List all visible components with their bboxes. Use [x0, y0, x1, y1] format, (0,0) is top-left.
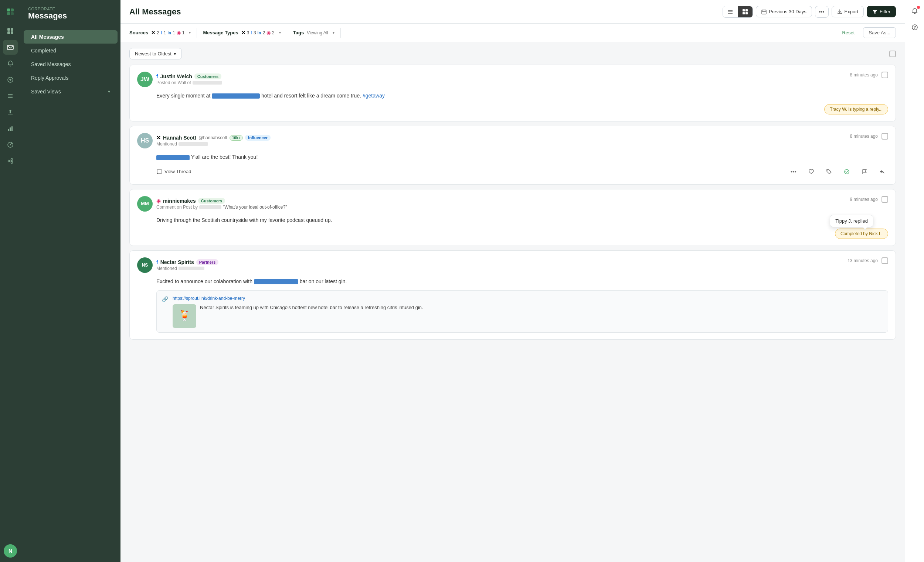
message-header-right: 9 minutes ago: [850, 196, 888, 203]
sources-ig-count: 1: [182, 30, 185, 36]
link-thumbnail: 🍹: [172, 304, 196, 328]
message-types-x-count: 3: [247, 30, 249, 36]
view-toggle: [723, 6, 753, 18]
message-checkbox[interactable]: [882, 133, 888, 140]
sources-li-count: 1: [172, 30, 175, 36]
notifications-bell-icon[interactable]: [908, 4, 921, 18]
tags-filter[interactable]: Tags Viewing All ▾: [293, 28, 341, 38]
blurred-name: [178, 267, 204, 270]
sort-label: Newest to Oldest: [135, 51, 171, 57]
tags-chevron-icon: ▾: [333, 31, 334, 35]
completed-label: Completed: [31, 48, 56, 54]
message-meta: MM ◉ minniemakes Customers Comment on Po…: [137, 196, 287, 212]
message-types-twitter-icon: ✕: [242, 30, 245, 36]
list-icon[interactable]: [3, 89, 18, 103]
analytics-icon[interactable]: [3, 121, 18, 136]
publish-icon[interactable]: [3, 105, 18, 120]
completed-by-badge: Completed by Nick L.: [835, 229, 888, 239]
filter-button[interactable]: Filter: [867, 6, 896, 17]
flag-icon[interactable]: [859, 166, 870, 178]
message-checkbox[interactable]: [882, 72, 888, 78]
typing-badge: Tracy W. is typing a reply...: [824, 104, 888, 115]
svg-point-16: [10, 144, 11, 145]
sources-fb-count: 1: [164, 30, 166, 36]
link-card: 🔗 https://sprout.link/drink-and-be-merry…: [156, 290, 888, 333]
sort-dropdown[interactable]: Newest to Oldest ▾: [129, 48, 182, 60]
link-description: Nectar Spirits is teaming up with Chicag…: [200, 304, 423, 328]
more-actions-icon[interactable]: •••: [788, 166, 800, 178]
instagram-icon: ◉: [177, 30, 181, 36]
date-range-label: Previous 30 Days: [769, 9, 807, 14]
view-thread-button[interactable]: View Thread: [156, 169, 192, 175]
blurred-name: [199, 205, 221, 209]
avatar: MM: [137, 196, 153, 212]
dashboard-icon[interactable]: [3, 24, 18, 38]
message-meta: HS ✕ Hannah Scott @hannahscott 10k+ Infl…: [137, 133, 270, 148]
message-types-filter[interactable]: Message Types ✕ 3 f 3 in 2 ◉ 2 ▾: [203, 28, 287, 38]
svg-rect-7: [11, 31, 13, 34]
sidebar-item-reply-approvals[interactable]: Reply Approvals: [24, 71, 117, 85]
typing-indicator: Tracy W. is typing a reply...: [156, 104, 888, 115]
sidebar-item-completed[interactable]: Completed: [24, 44, 117, 57]
svg-rect-6: [8, 31, 10, 34]
sort-bar: Newest to Oldest ▾: [129, 48, 896, 60]
grid-view-button[interactable]: [738, 6, 753, 17]
message-types-fb-count: 3: [254, 30, 256, 36]
influencer-badge: Influencer: [245, 135, 270, 140]
save-as-button[interactable]: Save As...: [863, 27, 896, 38]
svg-rect-0: [7, 9, 10, 12]
filters-bar: Sources ✕ 2 f 1 in 1 ◉ 1 ▾ Message Types…: [120, 24, 905, 42]
message-checkbox[interactable]: [882, 196, 888, 203]
customers-badge: Customers: [194, 73, 221, 79]
message-header-right: 8 minutes ago: [850, 133, 888, 140]
app-logo-icon[interactable]: [3, 4, 18, 19]
app-title: Messages: [28, 11, 113, 21]
date-range-button[interactable]: Previous 30 Days: [756, 6, 812, 17]
topbar-actions: Previous 30 Days ••• Export Filter: [723, 6, 896, 18]
check-complete-icon[interactable]: [841, 166, 853, 178]
link-chain-icon: 🔗: [162, 295, 168, 303]
sidebar-item-saved-views[interactable]: Saved Views ▾: [24, 85, 117, 98]
heart-icon[interactable]: [806, 166, 817, 178]
reset-button[interactable]: Reset: [836, 27, 860, 38]
sources-icons: ✕ 2 f 1 in 1 ◉ 1: [151, 30, 184, 36]
platform-facebook-icon: f: [156, 259, 158, 265]
export-button[interactable]: Export: [832, 6, 864, 17]
sidebar-item-all-messages[interactable]: All Messages: [24, 30, 117, 43]
svg-rect-26: [746, 9, 748, 12]
reports-icon[interactable]: [3, 138, 18, 152]
user-avatar-icon[interactable]: N: [4, 544, 17, 558]
sidebar-item-saved-messages[interactable]: Saved Messages: [24, 58, 117, 71]
more-dots-label: •••: [819, 9, 825, 15]
inbox-icon[interactable]: [3, 40, 18, 55]
main-content: All Messages: [120, 0, 905, 562]
tasks-pin-icon[interactable]: [3, 72, 18, 87]
svg-point-19: [11, 162, 13, 164]
reply-icon[interactable]: [876, 166, 888, 178]
message-meta: JW f Justin Welch Customers Posted on Wa…: [137, 72, 222, 87]
integrations-icon[interactable]: [3, 154, 18, 168]
notifications-icon[interactable]: [3, 56, 18, 71]
message-header: NS f Nectar Spirits Partners Mentioned: [137, 257, 888, 273]
saved-messages-label: Saved Messages: [31, 61, 70, 67]
help-icon[interactable]: ?: [908, 21, 921, 34]
message-types-li-count: 2: [262, 30, 265, 36]
reply-approvals-label: Reply Approvals: [31, 75, 68, 81]
message-types-chevron-icon: ▾: [279, 31, 281, 35]
sources-filter[interactable]: Sources ✕ 2 f 1 in 1 ◉ 1 ▾: [129, 28, 197, 38]
mention-bar: [212, 93, 260, 99]
svg-line-20: [10, 160, 11, 161]
svg-rect-12: [8, 129, 9, 131]
list-view-button[interactable]: [723, 6, 738, 17]
sources-x-count: 2: [157, 30, 159, 36]
sidebar-nav: All Messages Completed Saved Messages Re…: [21, 26, 120, 102]
more-options-button[interactable]: •••: [815, 6, 829, 18]
select-all-checkbox[interactable]: [889, 51, 896, 57]
tag-icon[interactable]: [823, 166, 835, 178]
message-user-row: ◉ minniemakes Customers: [156, 198, 287, 204]
message-checkbox[interactable]: [882, 257, 888, 264]
link-url[interactable]: https://sprout.link/drink-and-be-merry: [172, 295, 883, 302]
sort-chevron-icon: ▾: [174, 51, 176, 57]
platform-facebook-icon: f: [156, 73, 158, 79]
partners-badge: Partners: [196, 259, 219, 265]
